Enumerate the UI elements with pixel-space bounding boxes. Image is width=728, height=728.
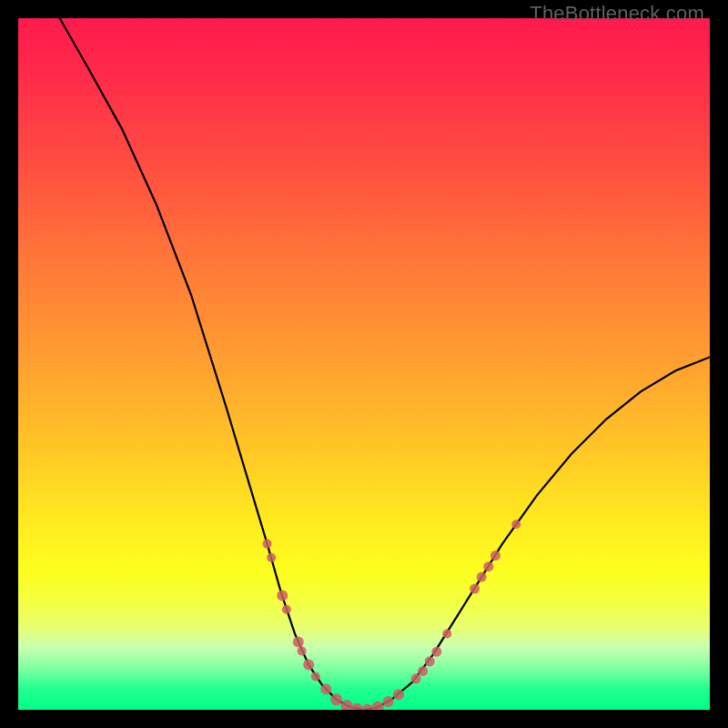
bottleneck-curve	[60, 18, 710, 710]
data-point	[372, 702, 384, 711]
data-point	[267, 553, 276, 562]
data-point	[411, 673, 421, 683]
data-point	[351, 703, 363, 710]
data-point	[298, 646, 307, 655]
data-point	[282, 605, 291, 614]
data-point	[431, 647, 441, 657]
data-point	[311, 672, 320, 682]
data-point	[483, 561, 493, 571]
data-point	[425, 656, 435, 666]
data-point	[330, 693, 342, 705]
data-points-group	[263, 520, 521, 710]
data-point	[293, 637, 304, 648]
data-point	[303, 660, 314, 671]
plot-area	[18, 18, 710, 710]
data-point	[477, 572, 487, 582]
data-point	[277, 591, 288, 602]
data-point	[383, 696, 394, 707]
data-point	[442, 629, 451, 638]
data-point	[393, 689, 404, 700]
data-point	[418, 666, 428, 676]
data-point	[361, 704, 373, 711]
data-point	[490, 551, 500, 561]
watermark-text: TheBottleneck.com	[530, 2, 704, 25]
data-point	[470, 584, 480, 594]
data-point	[320, 683, 331, 694]
data-point	[511, 520, 521, 529]
data-point	[341, 700, 353, 710]
chart-frame	[18, 18, 710, 710]
curve-layer	[18, 18, 710, 710]
data-point	[263, 540, 272, 549]
